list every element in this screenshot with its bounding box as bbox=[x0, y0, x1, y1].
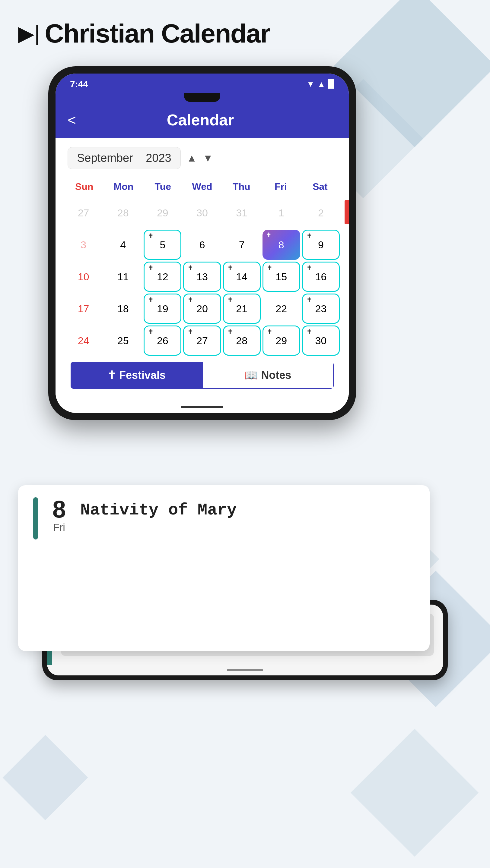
cal-day-27-prev[interactable]: 27 bbox=[64, 198, 102, 228]
status-bar: 7:44 ▼ ▲ ▉ bbox=[56, 73, 349, 93]
cal-day-14[interactable]: ✝14 bbox=[223, 261, 261, 292]
cal-day-3[interactable]: 3 bbox=[64, 230, 102, 260]
cross-29: ✝ bbox=[267, 328, 272, 336]
cross-26: ✝ bbox=[148, 328, 153, 336]
cal-day-17[interactable]: 17 bbox=[64, 293, 102, 324]
event-left-bar bbox=[33, 497, 38, 539]
cross-12: ✝ bbox=[148, 264, 153, 272]
cal-day-23[interactable]: ✝23 bbox=[302, 293, 340, 324]
cal-day-22[interactable]: 22 bbox=[262, 293, 300, 324]
side-indicator bbox=[345, 200, 349, 224]
cal-day-7[interactable]: 7 bbox=[223, 230, 261, 260]
notes-tab[interactable]: 📖 Notes bbox=[202, 362, 334, 389]
calendar-grid: 27 28 29 30 31 1 2 3 4 ✝5 6 7 ✝8 ✝9 bbox=[64, 198, 340, 355]
calendar-header: < Calendar bbox=[56, 105, 349, 138]
day-header-thu: Thu bbox=[222, 178, 261, 195]
app-title: Christian Calendar bbox=[45, 18, 270, 49]
cal-day-6[interactable]: 6 bbox=[183, 230, 221, 260]
wifi-icon: ▼ bbox=[307, 80, 315, 89]
cal-day-25[interactable]: 25 bbox=[104, 326, 142, 355]
play-icon: ▶| bbox=[18, 23, 40, 44]
cal-day-4[interactable]: 4 bbox=[104, 230, 142, 260]
cross-13: ✝ bbox=[188, 264, 193, 272]
cross-16: ✝ bbox=[307, 264, 312, 272]
day-header-tue: Tue bbox=[143, 178, 182, 195]
calendar-area: September 2023 ▲ ▼ Sun Mon Tue Wed Thu F… bbox=[56, 138, 349, 401]
cal-day-27[interactable]: ✝27 bbox=[183, 326, 221, 355]
cross-21: ✝ bbox=[228, 296, 233, 304]
cal-day-24[interactable]: 24 bbox=[64, 326, 102, 355]
cal-day-30-prev[interactable]: 30 bbox=[183, 198, 221, 228]
cross-15: ✝ bbox=[267, 264, 272, 272]
bg-decoration-6 bbox=[351, 729, 479, 857]
cross-27: ✝ bbox=[188, 328, 193, 336]
day-header-wed: Wed bbox=[182, 178, 222, 195]
cal-day-19[interactable]: ✝19 bbox=[144, 293, 181, 324]
home-bar bbox=[181, 406, 223, 408]
event-card-large: 8 Fri Nativity of Mary bbox=[18, 485, 430, 651]
event-title: Nativity of Mary bbox=[80, 497, 236, 519]
cross-19: ✝ bbox=[148, 296, 153, 304]
cal-day-11[interactable]: 11 bbox=[104, 261, 142, 292]
cal-day-13[interactable]: ✝13 bbox=[183, 261, 221, 292]
day-header-sat: Sat bbox=[300, 178, 340, 195]
camera-notch bbox=[184, 93, 220, 102]
day-headers: Sun Mon Tue Wed Thu Fri Sat bbox=[64, 178, 340, 195]
cal-day-30[interactable]: ✝30 bbox=[302, 326, 340, 355]
status-time: 7:44 bbox=[70, 79, 88, 89]
phone-device: 7:44 ▼ ▲ ▉ < Calendar September 2023 bbox=[48, 66, 356, 420]
event-date-day: Fri bbox=[53, 521, 65, 533]
cal-day-9[interactable]: ✝9 bbox=[302, 230, 340, 260]
cross-9: ✝ bbox=[307, 232, 312, 240]
event-date-box: 8 Fri bbox=[47, 497, 71, 533]
month-year-selector[interactable]: September 2023 ▲ ▼ bbox=[67, 147, 340, 169]
year-label: 2023 bbox=[146, 152, 171, 164]
mini-home-indicator bbox=[47, 665, 443, 675]
month-label: September bbox=[77, 152, 133, 164]
cal-day-5[interactable]: ✝5 bbox=[144, 230, 181, 260]
bg-decoration-5 bbox=[3, 735, 88, 820]
cal-day-31-prev[interactable]: 31 bbox=[223, 198, 261, 228]
cross-23: ✝ bbox=[307, 296, 312, 304]
cross-14: ✝ bbox=[228, 264, 233, 272]
cal-day-1-prev[interactable]: 1 bbox=[262, 198, 300, 228]
day-header-sun: Sun bbox=[64, 178, 104, 195]
phone-screen: 7:44 ▼ ▲ ▉ < Calendar September 2023 bbox=[56, 73, 349, 413]
cal-day-10[interactable]: 10 bbox=[64, 261, 102, 292]
cal-day-16[interactable]: ✝16 bbox=[302, 261, 340, 292]
cross-30: ✝ bbox=[307, 328, 312, 336]
back-button[interactable]: < bbox=[67, 112, 76, 128]
cal-day-29[interactable]: ✝29 bbox=[262, 326, 300, 355]
cross-5: ✝ bbox=[148, 232, 153, 240]
cal-day-12[interactable]: ✝12 bbox=[144, 261, 181, 292]
month-up-arrow[interactable]: ▲ bbox=[187, 152, 197, 164]
month-down-arrow[interactable]: ▼ bbox=[203, 152, 213, 164]
cal-day-26[interactable]: ✝26 bbox=[144, 326, 181, 355]
cal-day-18[interactable]: 18 bbox=[104, 293, 142, 324]
bottom-tabs[interactable]: ✝ Festivals 📖 Notes bbox=[70, 362, 334, 389]
cal-day-29-prev[interactable]: 29 bbox=[144, 198, 181, 228]
notch-area bbox=[56, 93, 349, 105]
cal-day-20[interactable]: ✝20 bbox=[183, 293, 221, 324]
header-title: Calendar bbox=[82, 111, 337, 129]
mini-home-bar bbox=[227, 669, 263, 671]
cal-day-8[interactable]: ✝8 bbox=[262, 230, 300, 260]
day-header-mon: Mon bbox=[104, 178, 143, 195]
cal-day-28[interactable]: ✝28 bbox=[223, 326, 261, 355]
app-title-area: ▶| Christian Calendar bbox=[18, 18, 270, 49]
day-header-fri: Fri bbox=[261, 178, 300, 195]
signal-icon: ▲ bbox=[317, 80, 325, 89]
cal-day-15[interactable]: ✝15 bbox=[262, 261, 300, 292]
home-indicator bbox=[56, 401, 349, 413]
cross-20: ✝ bbox=[188, 296, 193, 304]
battery-icon: ▉ bbox=[328, 80, 334, 89]
cross-28: ✝ bbox=[228, 328, 233, 336]
festivals-tab[interactable]: ✝ Festivals bbox=[70, 362, 202, 389]
cal-day-28-prev[interactable]: 28 bbox=[104, 198, 142, 228]
cal-day-2-prev[interactable]: 2 bbox=[302, 198, 340, 228]
month-year-box[interactable]: September 2023 bbox=[67, 147, 181, 169]
status-icons: ▼ ▲ ▉ bbox=[307, 80, 334, 89]
event-date-num: 8 bbox=[53, 497, 66, 521]
cal-day-21[interactable]: ✝21 bbox=[223, 293, 261, 324]
cross-8: ✝ bbox=[266, 231, 271, 239]
